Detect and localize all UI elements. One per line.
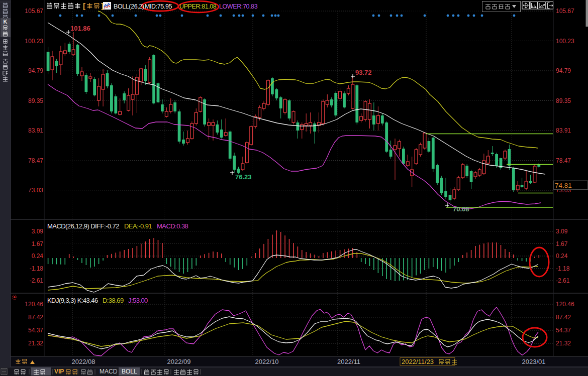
svg-text:MID:75.95: MID:75.95 [145,3,172,10]
svg-text:J:53.00: J:53.00 [128,297,148,304]
svg-text:101.86: 101.86 [70,25,90,32]
svg-text:-2.61: -2.61 [556,277,570,284]
svg-text:BOLL(26,2): BOLL(26,2) [114,3,144,10]
svg-text:105.67: 105.67 [556,8,574,15]
svg-text:DEA:-0.91: DEA:-0.91 [124,222,152,230]
svg-text:-1.18: -1.18 [30,265,44,272]
svg-text:54.37: 54.37 [28,327,43,334]
svg-text:1.67: 1.67 [556,240,568,247]
svg-text:21.32: 21.32 [28,340,43,347]
svg-text:D:38.69: D:38.69 [103,297,124,304]
svg-text:0.24: 0.24 [32,253,44,260]
svg-text:2022/11: 2022/11 [337,358,360,365]
svg-text:73.03: 73.03 [28,187,43,194]
svg-text:UPPER:81.08: UPPER:81.08 [179,3,217,10]
svg-text:BOLL: BOLL [122,368,137,375]
svg-text:78.47: 78.47 [556,157,571,164]
svg-text:100.23: 100.23 [556,38,574,45]
svg-text:K: K [4,19,8,25]
svg-text:2022/11/23: 2022/11/23 [402,358,434,365]
svg-text:87.42: 87.42 [556,314,571,321]
svg-text:VIP: VIP [54,368,64,375]
svg-text:2022/09: 2022/09 [167,358,191,365]
svg-text:83.91: 83.91 [556,127,571,134]
svg-text:LOWER:70.83: LOWER:70.83 [219,3,258,10]
svg-text:83.91: 83.91 [28,127,43,134]
svg-text:93.72: 93.72 [355,69,372,76]
svg-text:87.42: 87.42 [28,314,43,321]
svg-text:2022/08: 2022/08 [72,358,95,365]
svg-text:2023/01: 2023/01 [522,358,546,365]
svg-text:2022/10: 2022/10 [255,358,279,365]
svg-text:-2.61: -2.61 [30,277,44,284]
svg-text:78.47: 78.47 [28,157,43,164]
svg-text:70.08: 70.08 [453,205,469,213]
svg-text:3.09: 3.09 [32,228,44,235]
svg-text:54.37: 54.37 [556,327,571,334]
svg-text:KDJ(9,3,3) K:43.46: KDJ(9,3,3) K:43.46 [47,297,98,304]
svg-text:-1.18: -1.18 [556,265,570,272]
svg-text:21.32: 21.32 [556,340,571,347]
svg-text:94.79: 94.79 [556,67,571,74]
svg-text:76.23: 76.23 [235,173,252,181]
svg-text:0.24: 0.24 [556,253,568,260]
svg-text:100.23: 100.23 [25,38,43,45]
svg-text:105.67: 105.67 [25,8,43,15]
svg-text:MACD: MACD [100,368,118,375]
svg-text:120.46: 120.46 [25,301,43,308]
svg-text:MACD:0.38: MACD:0.38 [157,222,188,230]
svg-text:[: [ [83,2,85,10]
svg-text:3.09: 3.09 [556,228,568,235]
svg-text:1.67: 1.67 [32,240,44,247]
svg-text:94.79: 94.79 [28,67,43,74]
svg-text:MACD(26,12,9) DIFF:-0.72: MACD(26,12,9) DIFF:-0.72 [47,222,119,230]
svg-text:89.35: 89.35 [28,97,43,104]
svg-text:120.46: 120.46 [556,301,574,308]
svg-text:89.35: 89.35 [556,97,571,104]
svg-text:74.81: 74.81 [555,182,572,189]
